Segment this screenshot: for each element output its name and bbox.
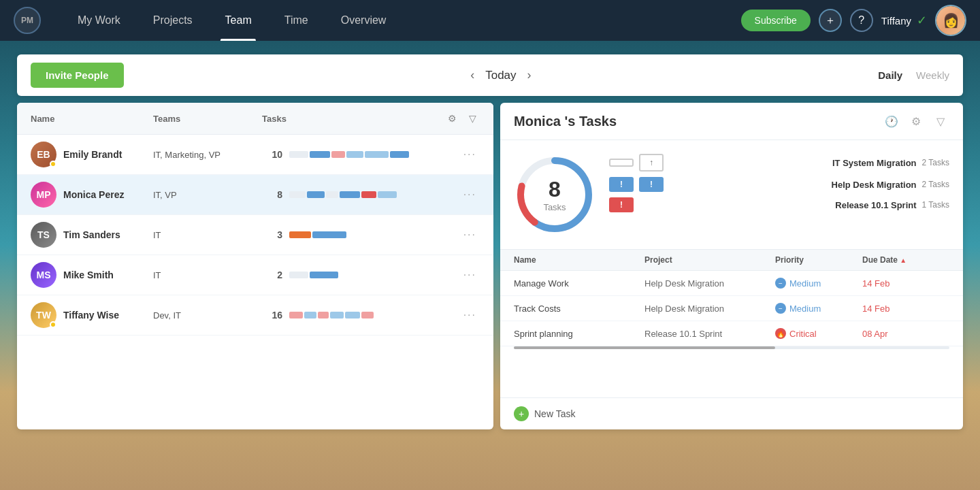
task-priority-1: − Medium <box>775 278 862 289</box>
tasks-panel-title: Monica 's Tasks <box>514 114 883 129</box>
bar <box>326 191 338 198</box>
table-icons: ⚙ ▽ <box>444 111 480 126</box>
user-avatar[interactable]: 👩 <box>935 5 966 36</box>
tcol-header-priority: Priority <box>775 255 862 265</box>
nav-item-projects[interactable]: Projects <box>137 0 209 41</box>
task-bars-tiffany <box>289 308 460 322</box>
status-row-2: ! ! Help Desk Migration 2 Tasks <box>609 177 949 192</box>
new-task-icon[interactable]: + <box>514 406 529 421</box>
avatar-emily: EB <box>31 142 56 167</box>
status-exclaim-blue-1[interactable]: ! <box>609 177 634 192</box>
table-header: Name Teams Tasks ⚙ ▽ <box>17 103 493 135</box>
bar <box>307 191 325 198</box>
nav-item-overview[interactable]: Overview <box>325 0 403 41</box>
view-toggle: Daily Weekly <box>878 69 949 81</box>
bar <box>361 191 376 198</box>
task-bars-emily <box>289 148 460 161</box>
priority-dot-medium-1: − <box>775 278 786 289</box>
project-count-2: 2 Tasks <box>922 180 949 189</box>
person-tasks-tim: 3 <box>262 229 282 240</box>
nav-item-team[interactable]: Team <box>209 0 268 41</box>
nav-item-mywork[interactable]: My Work <box>61 0 137 41</box>
next-date-button[interactable]: › <box>527 68 532 82</box>
project-name-2: Help Desk Migration <box>832 180 917 190</box>
clock-icon[interactable]: 🕐 <box>883 112 900 130</box>
task-row[interactable]: Manage Work Help Desk Migration − Medium… <box>500 271 963 296</box>
bar <box>330 312 344 318</box>
person-info-tiffany: TW Tiffany Wise <box>31 302 153 328</box>
status-projects: ↑ IT System Migration 2 Tasks ! ! Help D… <box>609 154 949 212</box>
priority-dot-medium-2: − <box>775 303 786 314</box>
scrollbar-track <box>514 346 949 349</box>
daily-view-button[interactable]: Daily <box>878 69 902 81</box>
task-priority-3: 🔥 Critical <box>775 328 862 339</box>
bar <box>289 191 306 198</box>
tasks-panel-icons: 🕐 ⚙ ▽ <box>883 112 949 130</box>
row-menu-emily[interactable]: ··· <box>460 148 480 161</box>
subscribe-button[interactable]: Subscribe <box>741 10 811 31</box>
col-header-name: Name <box>31 114 153 124</box>
settings-filter-icon[interactable]: ⚙ <box>907 112 925 130</box>
settings-icon[interactable]: ⚙ <box>444 111 459 126</box>
avatar-monica: MP <box>31 182 56 208</box>
prev-date-button[interactable]: ‹ <box>470 68 474 82</box>
task-row[interactable]: Sprint planning Release 10.1 Sprint 🔥 Cr… <box>500 321 963 346</box>
person-tasks-mike: 2 <box>262 270 282 280</box>
person-name-tim: Tim Sanders <box>63 229 120 240</box>
toolbar: Invite People ‹ Today › Daily Weekly <box>17 54 963 96</box>
person-name-mike: Mike Smith <box>63 270 114 280</box>
row-menu-monica[interactable]: ··· <box>460 189 480 201</box>
user-menu[interactable]: Tiffany ✓ <box>881 13 927 28</box>
task-bars-tim <box>289 228 460 242</box>
tcol-header-name: Name <box>514 255 644 265</box>
bar <box>378 191 397 198</box>
table-row[interactable]: TW Tiffany Wise Dev, IT 16 ··· <box>17 295 493 336</box>
status-dot-tiffany <box>50 321 56 328</box>
bar <box>289 151 308 158</box>
status-empty-1[interactable] <box>609 159 634 167</box>
task-name-3: Sprint planning <box>514 329 644 339</box>
status-exclaim-red-1[interactable]: ! <box>609 197 634 212</box>
bar <box>361 312 374 318</box>
task-name-1: Manage Work <box>514 278 644 289</box>
bar <box>318 312 329 318</box>
row-menu-tiffany[interactable]: ··· <box>460 309 480 321</box>
task-project-1: Help Desk Migration <box>644 278 775 289</box>
avatar-tim: TS <box>31 222 56 248</box>
table-row[interactable]: MP Monica Perez IT, VP 8 ··· <box>17 175 493 215</box>
bar <box>346 151 363 158</box>
weekly-view-button[interactable]: Weekly <box>916 69 949 81</box>
person-teams-monica: IT, VP <box>153 190 262 200</box>
new-task-bar: + New Task <box>500 397 963 429</box>
nav-right: Subscribe ＋ ? Tiffany ✓ 👩 <box>741 5 966 36</box>
nav-item-time[interactable]: Time <box>268 0 325 41</box>
avatar-mike: MS <box>31 262 56 288</box>
person-info-tim: TS Tim Sanders <box>31 222 153 248</box>
tcol-header-due: Due Date ▲ <box>862 255 949 265</box>
sort-arrow-icon: ▲ <box>900 257 906 264</box>
priority-label-3: Critical <box>789 329 817 339</box>
filter-icon[interactable]: ▽ <box>465 111 480 126</box>
table-row[interactable]: EB Emily Brandt IT, Marketing, VP 10 ··· <box>17 135 493 175</box>
invite-people-button[interactable]: Invite People <box>31 63 124 88</box>
bar <box>289 312 303 318</box>
table-row[interactable]: TS Tim Sanders IT 3 ··· <box>17 215 493 255</box>
row-menu-tim[interactable]: ··· <box>460 229 480 241</box>
task-row[interactable]: Track Costs Help Desk Migration − Medium… <box>500 296 963 321</box>
task-summary: 8 Tasks ↑ IT System Migration 2 Tasks <box>500 140 963 249</box>
avatar-tiffany: TW <box>31 302 56 328</box>
new-task-label[interactable]: New Task <box>534 408 575 419</box>
help-button[interactable]: ? <box>850 9 873 32</box>
task-due-2: 14 Feb <box>862 304 949 314</box>
top-navigation: PM My Work Projects Team Time Overview S… <box>0 0 980 41</box>
status-exclaim-blue-2[interactable]: ! <box>639 177 664 192</box>
table-row[interactable]: MS Mike Smith IT 2 ··· <box>17 255 493 295</box>
add-button[interactable]: ＋ <box>819 9 842 32</box>
scrollbar-thumb[interactable] <box>514 346 775 349</box>
task-project-2: Help Desk Migration <box>644 304 775 314</box>
row-menu-mike[interactable]: ··· <box>460 269 480 281</box>
col-header-teams: Teams <box>153 114 262 124</box>
person-info-emily: EB Emily Brandt <box>31 142 153 167</box>
filter-tasks-icon[interactable]: ▽ <box>932 112 949 130</box>
status-up-1[interactable]: ↑ <box>639 154 664 172</box>
